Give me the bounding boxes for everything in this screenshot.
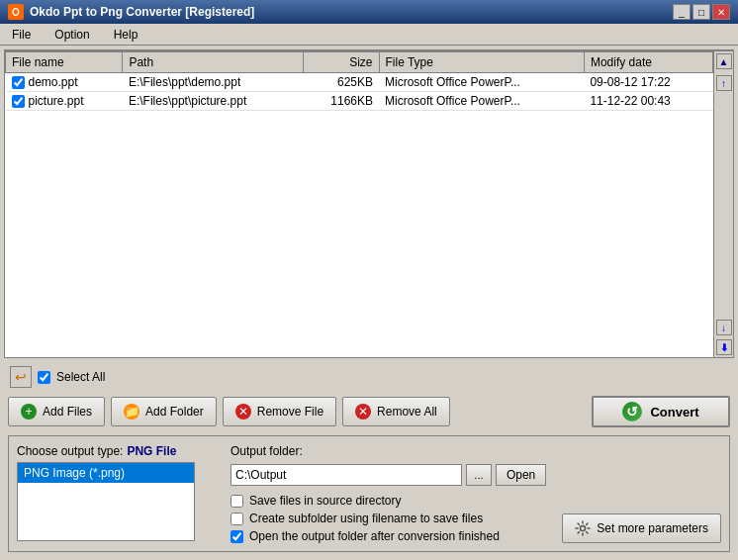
table-row: demo.ppt E:\Files\ppt\demo.ppt 625KB Mic… <box>6 73 713 92</box>
maximize-button[interactable]: □ <box>692 4 710 20</box>
create-subfolder-label: Create subfolder using filename to save … <box>249 512 483 525</box>
checkbox-options: Save files in source directory Create su… <box>231 494 546 543</box>
add-folder-icon: 📁 <box>124 404 139 420</box>
file-table-wrapper: File name Path Size File Type Modify dat… <box>5 51 713 357</box>
row-checkbox-1[interactable] <box>12 95 25 108</box>
svg-point-0 <box>581 526 586 531</box>
params-label: Set more parameters <box>597 521 708 535</box>
filename-1: picture.ppt <box>29 94 84 108</box>
add-files-button[interactable]: + Add Files <box>8 397 105 426</box>
options-area: Choose output type: PNG File PNG Image (… <box>8 435 730 552</box>
remove-all-label: Remove All <box>377 405 437 419</box>
cell-filename-0: demo.ppt <box>6 73 123 92</box>
col-size: Size <box>304 52 379 73</box>
add-folder-label: Add Folder <box>145 405 204 419</box>
save-in-source-checkbox[interactable] <box>231 495 243 508</box>
browse-button[interactable]: ... <box>466 464 492 486</box>
remove-file-icon: ✕ <box>235 404 251 420</box>
open-after-row: Open the output folder after conversion … <box>231 529 546 543</box>
menu-option[interactable]: Option <box>50 26 93 44</box>
table-row: picture.ppt E:\Files\ppt\picture.ppt 116… <box>6 92 713 111</box>
create-subfolder-row: Create subfolder using filename to save … <box>231 512 546 525</box>
set-more-params-button[interactable]: Set more parameters <box>562 513 721 543</box>
file-list-scrollbar: ▲ ↑ ↓ ⬇ <box>713 51 733 357</box>
open-after-checkbox[interactable] <box>231 530 243 543</box>
cell-size-0: 625KB <box>304 73 379 92</box>
convert-icon: ↺ <box>622 402 642 421</box>
col-filename: File name <box>6 52 123 73</box>
cell-modifydate-0: 09-08-12 17:22 <box>584 73 712 92</box>
cell-path-1: E:\Files\ppt\picture.ppt <box>123 92 304 111</box>
remove-all-icon: ✕ <box>355 404 371 420</box>
convert-button[interactable]: ↺ Convert <box>592 396 730 427</box>
save-in-source-row: Save files in source directory <box>231 494 546 508</box>
file-list-container: File name Path Size File Type Modify dat… <box>4 49 734 358</box>
title-text: Okdo Ppt to Png Converter [Registered] <box>30 5 254 19</box>
output-folder-input[interactable] <box>231 464 462 486</box>
col-filetype: File Type <box>379 52 584 73</box>
minimize-button[interactable]: _ <box>673 4 691 20</box>
select-all-bar: ↩ Select All <box>4 362 734 392</box>
output-type-label: Choose output type: <box>17 444 123 458</box>
open-folder-button[interactable]: Open <box>496 464 546 486</box>
row-checkbox-0[interactable] <box>12 76 25 89</box>
output-type-section: Choose output type: PNG File PNG Image (… <box>17 444 215 543</box>
output-folder-section: Output folder: ... Open Save files in so… <box>231 444 546 543</box>
scroll-top-button[interactable]: ▲ <box>716 53 732 69</box>
output-folder-row: ... Open <box>231 464 546 486</box>
back-button[interactable]: ↩ <box>10 366 32 388</box>
remove-all-button[interactable]: ✕ Remove All <box>342 397 450 426</box>
menu-file[interactable]: File <box>8 26 35 44</box>
cell-filetype-1: Microsoft Office PowerP... <box>379 92 584 111</box>
main-container: File name Path Size File Type Modify dat… <box>0 46 738 560</box>
title-bar: O Okdo Ppt to Png Converter [Registered]… <box>0 0 738 24</box>
gear-icon <box>575 520 591 536</box>
title-bar-left: O Okdo Ppt to Png Converter [Registered] <box>8 4 254 20</box>
col-path: Path <box>123 52 304 73</box>
output-type-label-row: Choose output type: PNG File <box>17 444 215 458</box>
add-files-label: Add Files <box>43 405 92 419</box>
output-folder-label: Output folder: <box>231 444 546 458</box>
open-after-label: Open the output folder after conversion … <box>249 529 500 543</box>
title-controls: _ □ ✕ <box>673 4 730 20</box>
select-all-label: Select All <box>56 370 105 384</box>
remove-file-label: Remove File <box>257 405 323 419</box>
scroll-down-button[interactable]: ↓ <box>716 320 732 335</box>
convert-label: Convert <box>650 405 698 420</box>
cell-path-0: E:\Files\ppt\demo.ppt <box>123 73 304 92</box>
cell-filetype-0: Microsoft Office PowerP... <box>379 73 584 92</box>
menu-bar: File Option Help <box>0 24 738 46</box>
select-all-checkbox[interactable] <box>38 371 50 384</box>
close-button[interactable]: ✕ <box>712 4 730 20</box>
scroll-bottom-button[interactable]: ⬇ <box>716 339 732 355</box>
col-modifydate: Modify date <box>584 52 712 73</box>
cell-size-1: 1166KB <box>304 92 379 111</box>
cell-modifydate-1: 11-12-22 00:43 <box>584 92 712 111</box>
app-icon: O <box>8 4 24 20</box>
toolbar: + Add Files 📁 Add Folder ✕ Remove File ✕… <box>4 396 734 431</box>
create-subfolder-checkbox[interactable] <box>231 513 243 525</box>
file-table: File name Path Size File Type Modify dat… <box>5 51 713 111</box>
add-files-icon: + <box>21 404 37 420</box>
save-in-source-label: Save files in source directory <box>249 494 401 508</box>
output-type-value: PNG File <box>127 444 176 458</box>
remove-file-button[interactable]: ✕ Remove File <box>223 397 336 426</box>
output-type-list[interactable]: PNG Image (*.png) <box>17 462 195 541</box>
filename-0: demo.ppt <box>29 75 78 89</box>
right-section: Set more parameters <box>562 444 721 543</box>
add-folder-button[interactable]: 📁 Add Folder <box>111 397 217 426</box>
type-list-item-png[interactable]: PNG Image (*.png) <box>18 463 194 483</box>
menu-help[interactable]: Help <box>110 26 142 44</box>
scroll-up-button[interactable]: ↑ <box>716 75 732 91</box>
cell-filename-1: picture.ppt <box>6 92 123 111</box>
